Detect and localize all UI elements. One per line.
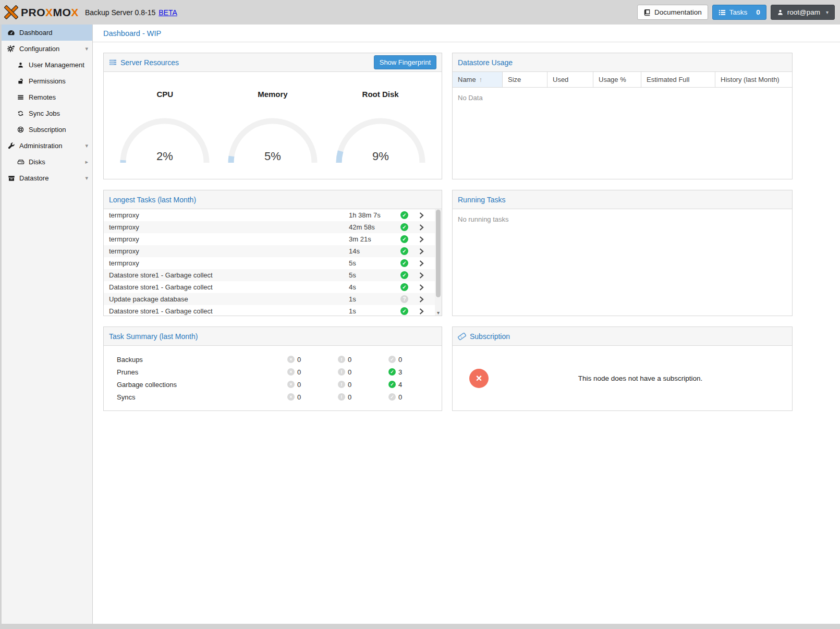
subscription-panel: Subscription × This node does not have a… (452, 326, 793, 411)
column-header-size[interactable]: Size (503, 72, 547, 87)
chevron-down-icon: ▾ (826, 9, 829, 15)
summary-error: ×0 (287, 381, 338, 389)
tasks-button[interactable]: Tasks 0 (712, 5, 766, 20)
table-row[interactable]: termproxy 42m 58s ✓ (104, 221, 435, 233)
summary-ok: ✓0 (388, 356, 442, 364)
memory-gauge: Memory 5% (219, 72, 327, 167)
task-status-icon: ✓ (400, 307, 408, 315)
sidebar-item-administration[interactable]: Administration ▾ (2, 138, 92, 154)
summary-error: ×0 (287, 393, 338, 401)
ticket-icon (458, 332, 466, 341)
column-header-estimated-full[interactable]: Estimated Full (641, 72, 715, 87)
proxmox-x-icon (4, 5, 18, 19)
summary-label: Garbage collections (117, 381, 287, 389)
scroll-down-icon[interactable]: ▾ (435, 309, 442, 316)
chevron-right-icon[interactable] (419, 272, 435, 279)
main-header: Dashboard - WIP (93, 25, 840, 42)
table-row[interactable]: Datastore store1 - Garbage collect 4s ✓ (104, 281, 435, 293)
subscription-title: Subscription (458, 332, 510, 341)
table-row[interactable]: Update package database 1s ? (104, 293, 435, 305)
longest-tasks-list: termproxy 1h 38m 7s ✓ termproxy 42m 58s … (104, 209, 435, 316)
sidebar-item-user-management[interactable]: User Management (2, 57, 92, 73)
table-row[interactable]: Datastore store1 - Garbage collect 5s ✓ (104, 269, 435, 281)
summary-warning: !0 (338, 368, 388, 376)
task-name: termproxy (109, 211, 349, 219)
chevron-right-icon[interactable]: ▸ (85, 159, 88, 165)
chevron-right-icon[interactable] (419, 296, 435, 303)
check-icon: ✓ (388, 368, 396, 376)
check-icon: ✓ (388, 393, 396, 401)
datastore-icon (7, 175, 16, 182)
sidebar-item-dashboard[interactable]: Dashboard (2, 25, 92, 41)
task-name: Datastore store1 - Garbage collect (109, 271, 349, 279)
show-fingerprint-button[interactable]: Show Fingerprint (374, 55, 436, 69)
sidebar: Dashboard Configuration ▾ (2, 25, 93, 624)
task-summary-title: Task Summary (last Month) (109, 332, 198, 341)
task-duration: 14s (349, 247, 400, 255)
chevron-down-icon[interactable]: ▾ (85, 175, 88, 182)
table-row[interactable]: termproxy 5s ✓ (104, 257, 435, 269)
error-icon: × (287, 368, 295, 376)
task-name: Update package database (109, 295, 349, 303)
running-tasks-title: Running Tasks (458, 196, 506, 204)
task-name: termproxy (109, 235, 349, 243)
column-header-used[interactable]: Used (547, 72, 593, 87)
sidebar-item-remotes[interactable]: Remotes (2, 89, 92, 105)
chevron-right-icon[interactable] (419, 236, 435, 243)
chevron-right-icon[interactable] (419, 284, 435, 291)
scrollbar[interactable]: ▾ (435, 209, 442, 316)
sort-asc-icon: ↑ (479, 76, 482, 83)
svg-text:9%: 9% (372, 150, 389, 163)
table-row[interactable]: termproxy 14s ✓ (104, 245, 435, 257)
scrollbar-thumb[interactable] (436, 210, 441, 297)
chevron-down-icon[interactable]: ▾ (85, 45, 88, 52)
list-item: Prunes ×0 !0 ✓3 (117, 366, 442, 378)
chevron-right-icon[interactable] (419, 260, 435, 267)
column-header-name[interactable]: Name ↑ (453, 72, 503, 87)
chevron-right-icon[interactable] (419, 224, 435, 231)
chevron-right-icon[interactable] (419, 248, 435, 255)
task-duration: 42m 58s (349, 223, 400, 231)
product-version: Backup Server 0.8-15 (85, 8, 155, 17)
svg-text:5%: 5% (264, 150, 281, 163)
sidebar-item-subscription[interactable]: Subscription (2, 122, 92, 138)
sidebar-item-sync-jobs[interactable]: Sync Jobs (2, 105, 92, 122)
sidebar-item-permissions[interactable]: Permissions (2, 73, 92, 89)
task-name: termproxy (109, 259, 349, 267)
summary-warning: !0 (338, 356, 388, 364)
table-row[interactable]: Datastore store1 - Garbage collect 1s ✓ (104, 305, 435, 316)
root-disk-gauge: Root Disk 9% (326, 72, 434, 167)
task-summary-panel: Task Summary (last Month) Backups ×0 !0 … (103, 326, 442, 411)
datastore-usage-empty: No Data (453, 88, 792, 108)
sidebar-item-configuration[interactable]: Configuration ▾ (2, 41, 92, 57)
task-duration: 5s (349, 271, 400, 279)
summary-ok: ✓0 (388, 393, 442, 401)
datastore-usage-table-header: Name ↑ Size Used Usage % Estimated Full … (453, 72, 792, 88)
sidebar-item-disks[interactable]: Disks ▸ (2, 154, 92, 170)
beta-link[interactable]: BETA (159, 8, 177, 17)
task-summary-body: Backups ×0 !0 ✓0 Prunes ×0 !0 ✓3 Garbage… (104, 346, 442, 403)
life-ring-icon (16, 126, 25, 133)
chevron-right-icon[interactable] (419, 308, 435, 314)
task-status-icon: ✓ (400, 259, 408, 267)
task-name: Datastore store1 - Garbage collect (109, 283, 349, 291)
user-menu-button[interactable]: root@pam ▾ (771, 5, 835, 20)
check-icon: ✓ (388, 381, 396, 388)
documentation-button[interactable]: Documentation (637, 5, 708, 20)
column-header-usage-pct[interactable]: Usage % (593, 72, 641, 87)
subscription-message: This node does not have a subscription. (489, 374, 792, 382)
table-row[interactable]: termproxy 3m 21s ✓ (104, 233, 435, 245)
sidebar-item-datastore[interactable]: Datastore ▾ (2, 170, 92, 186)
table-row[interactable]: termproxy 1h 38m 7s ✓ (104, 209, 435, 221)
logo-wordmark: PROXMOX (21, 6, 79, 19)
column-header-history[interactable]: History (last Month) (715, 72, 792, 87)
book-icon (643, 9, 651, 16)
no-subscription-icon: × (469, 369, 489, 388)
chevron-right-icon[interactable] (419, 212, 435, 219)
list-item: Syncs ×0 !0 ✓0 (117, 391, 442, 403)
warning-icon: ! (338, 368, 345, 376)
error-icon: × (287, 356, 295, 363)
summary-label: Backups (117, 356, 287, 364)
longest-tasks-panel: Longest Tasks (last Month) termproxy 1h … (103, 190, 442, 316)
chevron-down-icon[interactable]: ▾ (85, 142, 88, 149)
